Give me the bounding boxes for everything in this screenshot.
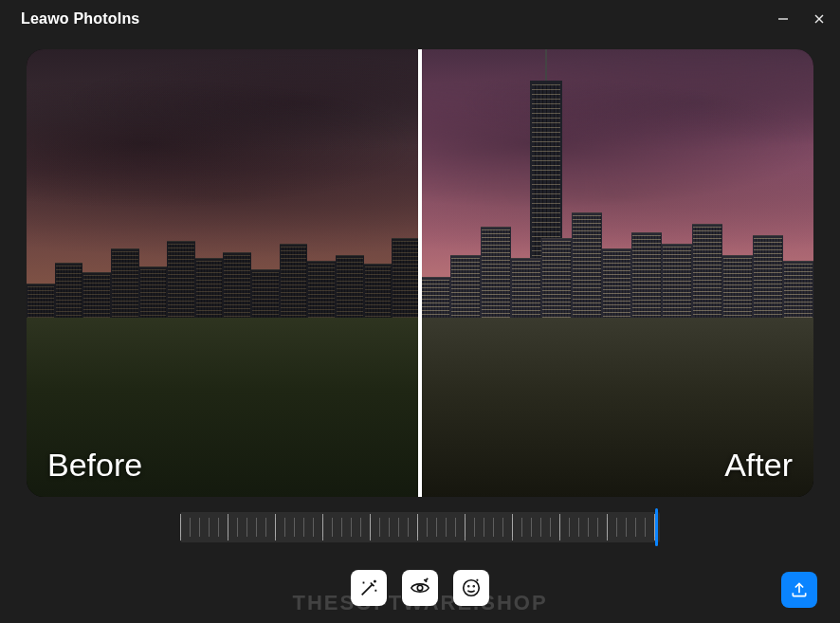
zoom-slider[interactable] — [180, 512, 660, 546]
face-enhance-button[interactable] — [453, 570, 489, 606]
window-controls — [776, 11, 827, 27]
magic-wand-icon — [358, 577, 379, 598]
eye-enhance-icon — [410, 577, 430, 598]
export-button[interactable] — [781, 572, 817, 608]
toolbar — [0, 568, 840, 608]
after-label: After — [724, 447, 793, 484]
preview-before — [27, 49, 420, 497]
svg-point-5 — [468, 586, 469, 587]
export-icon — [790, 580, 809, 599]
minimize-button[interactable] — [776, 11, 791, 27]
slider-track[interactable] — [180, 512, 660, 542]
before-label: Before — [47, 447, 142, 484]
close-button[interactable] — [812, 11, 827, 27]
app-title: Leawo PhotoIns — [21, 10, 139, 27]
preview-after — [420, 49, 813, 497]
svg-point-3 — [417, 585, 423, 591]
auto-enhance-button[interactable] — [351, 570, 387, 606]
svg-point-4 — [464, 580, 480, 596]
eye-enhance-button[interactable] — [402, 570, 438, 606]
face-enhance-icon — [461, 577, 482, 598]
preview-compare[interactable]: Before After — [27, 49, 813, 497]
close-icon — [813, 13, 825, 25]
titlebar: Leawo PhotoIns — [0, 0, 840, 38]
compare-divider[interactable] — [418, 49, 422, 497]
minimize-icon — [777, 13, 789, 25]
slider-thumb[interactable] — [655, 508, 658, 546]
svg-point-6 — [473, 586, 474, 587]
